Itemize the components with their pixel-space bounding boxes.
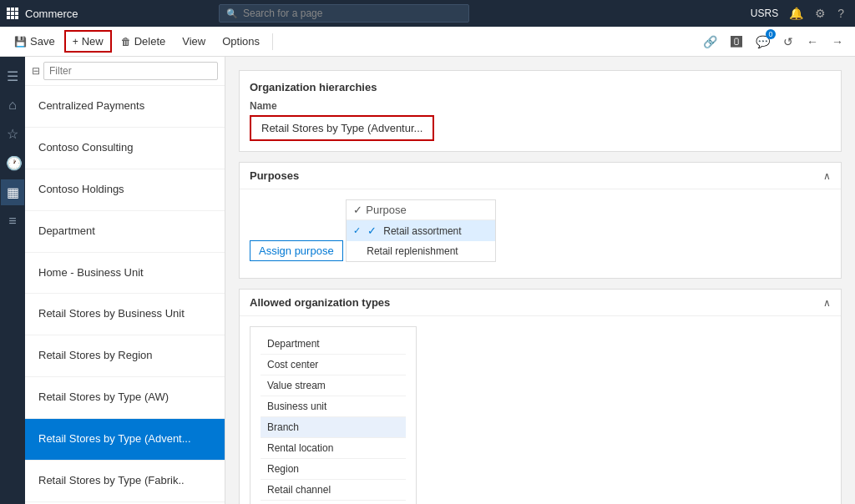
purpose-col-label: Purpose — [366, 204, 406, 216]
purposes-header: Purposes ∧ — [240, 163, 841, 189]
delete-button[interactable]: 🗑 Delete — [114, 31, 174, 52]
org-type-item: Business unit — [261, 396, 406, 417]
search-icon: 🔍 — [226, 8, 238, 19]
main-layout: ☰ ⌂ ☆ 🕐 ▦ ≡ ⊟ Centralized PaymentsContos… — [0, 57, 855, 504]
nav-list[interactable]: ≡ — [1, 209, 24, 234]
purpose-items-list: ✓Retail assortmentRetail replenishment — [347, 220, 495, 261]
cmd-search[interactable] — [285, 35, 385, 48]
purpose-item[interactable]: ✓Retail assortment — [347, 220, 495, 241]
svg-rect-8 — [15, 16, 18, 19]
purposes-title: Purposes — [250, 169, 299, 182]
sidebar-item[interactable]: Retail Stores by Region — [25, 335, 225, 377]
org-type-item: Cost center — [261, 355, 406, 375]
title-bar: Commerce 🔍 Search for a page USRS 🔔 ⚙ ? — [0, 0, 855, 27]
hierarchy-selected-item[interactable]: Retail Stores by Type (Adventur... — [250, 115, 434, 141]
command-bar: 💾 Save + New 🗑 Delete View Options 🔗 🅾 💬… — [0, 27, 855, 57]
title-right-icons: USRS 🔔 ⚙ ? — [751, 5, 848, 22]
content-area: Organization hierarchies Name Retail Sto… — [225, 57, 855, 504]
new-button[interactable]: + New — [64, 30, 112, 53]
sidebar-filter-bar: ⊟ — [25, 57, 225, 86]
save-button[interactable]: 💾 Save — [7, 31, 63, 52]
sidebar-item[interactable]: Contoso Consulting — [25, 128, 225, 169]
view-button[interactable]: View — [175, 31, 213, 52]
options-label: Options — [222, 35, 260, 48]
svg-rect-4 — [11, 12, 14, 15]
nav-recent[interactable]: 🕐 — [1, 150, 24, 176]
forward-icon[interactable]: → — [827, 32, 848, 52]
sidebar-item[interactable]: Centralized Payments — [25, 86, 225, 128]
org-types-container: DepartmentCost centerValue streamBusines… — [250, 326, 417, 504]
sidebar-item[interactable]: Contoso Holdings — [25, 169, 225, 211]
view-label: View — [182, 35, 205, 48]
purposes-section: Purposes ∧ Assign purpose ✓ Purpose ✓Ret… — [239, 162, 842, 279]
org-types-header: Allowed organization types ∧ — [240, 290, 841, 316]
nav-hamburger[interactable]: ☰ — [1, 63, 24, 89]
save-icon: 💾 — [14, 36, 27, 48]
org-type-item: Retail channel — [261, 480, 406, 501]
org-hierarchy-title: Organization hierarchies — [250, 81, 831, 93]
svg-rect-7 — [11, 16, 14, 19]
org-type-item: Branch — [261, 417, 406, 438]
svg-rect-5 — [15, 12, 18, 15]
org-types-collapse-btn[interactable]: ∧ — [823, 297, 831, 309]
checkmark-col: ✓ — [353, 204, 362, 216]
sidebar-item[interactable]: Home - Business Unit — [25, 253, 225, 295]
org-type-item: Rental location — [261, 438, 406, 459]
nav-star[interactable]: ☆ — [1, 121, 24, 147]
cmd-separator — [272, 33, 273, 50]
purpose-dropdown-header: ✓ Purpose — [347, 200, 495, 220]
nav-modules[interactable]: ▦ — [1, 179, 24, 205]
svg-rect-3 — [7, 12, 10, 15]
purpose-item[interactable]: Retail replenishment — [347, 241, 495, 261]
app-grid-icon[interactable] — [7, 8, 18, 19]
left-nav: ☰ ⌂ ☆ 🕐 ▦ ≡ — [0, 57, 25, 504]
bell-icon[interactable]: 🔔 — [785, 5, 807, 22]
sidebar: ⊟ Centralized PaymentsContoso Consulting… — [25, 57, 225, 504]
org-type-item: Legal entity — [261, 501, 406, 504]
link-icon[interactable]: 🔗 — [698, 32, 722, 52]
title-search-bar[interactable]: 🔍 Search for a page — [219, 4, 469, 23]
svg-rect-2 — [15, 8, 18, 11]
gear-icon[interactable]: ⚙ — [811, 5, 830, 22]
hierarchy-table: Name Retail Stores by Type (Adventur... — [250, 100, 831, 141]
save-label: Save — [30, 35, 55, 48]
org-types-content: DepartmentCost centerValue streamBusines… — [240, 316, 841, 504]
help-icon[interactable]: ? — [833, 5, 848, 22]
org-types-title: Allowed organization types — [250, 296, 390, 309]
new-icon: + — [73, 36, 78, 48]
back-icon[interactable]: ← — [802, 32, 823, 52]
sidebar-item[interactable]: Retail Stores by Business Unit — [25, 294, 225, 335]
org-types-list: DepartmentCost centerValue streamBusines… — [250, 327, 416, 504]
org-type-item: Value stream — [261, 375, 406, 396]
sidebar-item[interactable]: Department — [25, 211, 225, 253]
org-types-section: Allowed organization types ∧ DepartmentC… — [239, 289, 842, 504]
chat-icon[interactable]: 💬0 — [751, 32, 775, 52]
sidebar-list: Centralized PaymentsContoso ConsultingCo… — [25, 86, 225, 504]
svg-rect-1 — [11, 8, 14, 11]
options-button[interactable]: Options — [215, 31, 267, 52]
svg-rect-0 — [7, 8, 10, 11]
org-type-item: Region — [261, 459, 406, 480]
new-label: New — [82, 35, 104, 48]
purposes-collapse-btn[interactable]: ∧ — [823, 170, 831, 182]
delete-icon: 🗑 — [121, 36, 131, 48]
purposes-content: Assign purpose ✓ Purpose ✓Retail assortm… — [240, 189, 841, 278]
purpose-dropdown: ✓ Purpose ✓Retail assortmentRetail reple… — [346, 199, 496, 262]
filter-icon: ⊟ — [32, 65, 40, 77]
sidebar-item[interactable]: Retail Stores by Type (AW) — [25, 377, 225, 419]
svg-rect-6 — [7, 16, 10, 19]
sidebar-item[interactable]: Retail Stores by Type (Advent... — [25, 419, 225, 461]
delete-label: Delete — [134, 35, 166, 48]
sidebar-item[interactable]: Retail Stores by Type (Fabrik.. — [25, 461, 225, 502]
app-name: Commerce — [25, 8, 78, 20]
office-icon[interactable]: 🅾 — [726, 32, 747, 52]
cmd-right-icons: 🔗 🅾 💬0 ↺ ← → — [698, 32, 848, 52]
org-hierarchy-section: Organization hierarchies Name Retail Sto… — [239, 70, 842, 152]
search-placeholder: Search for a page — [243, 8, 322, 19]
assign-purpose-button[interactable]: Assign purpose — [250, 240, 343, 261]
cmd-search-input[interactable] — [285, 35, 385, 48]
refresh-icon[interactable]: ↺ — [778, 32, 798, 52]
nav-home[interactable]: ⌂ — [1, 93, 24, 118]
sidebar-filter-input[interactable] — [43, 62, 218, 80]
user-label: USRS — [751, 8, 778, 19]
